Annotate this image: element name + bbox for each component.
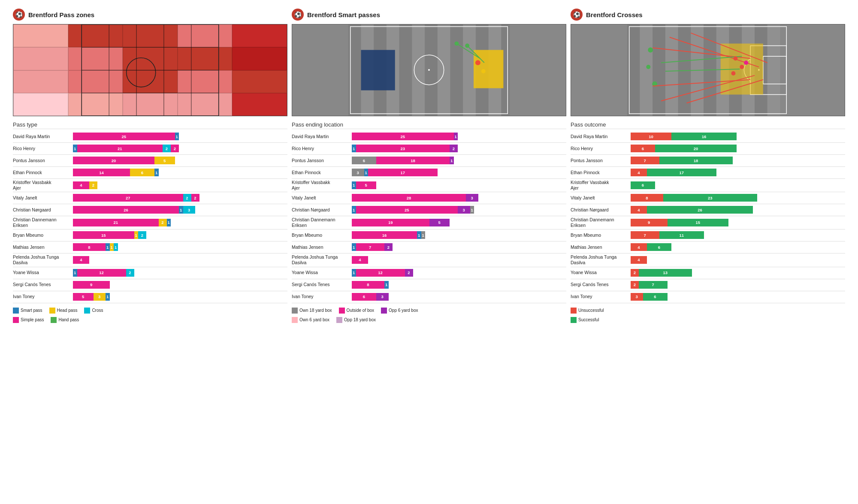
svg-rect-46 (767, 24, 780, 116)
player-label: Bryan Mbeumo (292, 232, 352, 238)
svg-point-52 (648, 47, 653, 52)
svg-point-64 (731, 71, 735, 75)
bar-container: 426 (631, 206, 845, 214)
heatmap (13, 24, 287, 116)
bar-segment: 1 (73, 145, 77, 152)
bar-segment: 7 (631, 231, 659, 239)
bar-container: 711 (631, 231, 845, 239)
bar-segment: 10 (631, 133, 671, 140)
legend-label: Opp 18 yard box (344, 317, 376, 322)
player-label: Mathias Jensen (13, 244, 73, 250)
bar-segment: 25 (73, 133, 175, 140)
player-label: Pelenda Joshua Tunga Dasilva (292, 254, 352, 265)
bar-segment: 27 (73, 194, 183, 202)
legend-item-2: Cross (84, 308, 103, 314)
legend-item-4: Hand pass (51, 317, 79, 323)
legend-color-box (13, 317, 19, 323)
legend-item-2: Opp 6 yard box (381, 308, 418, 314)
section-title-pass-outcome: Pass outcome (571, 121, 845, 129)
player-label: David Raya Martin (571, 134, 631, 139)
bar-segment: 15 (73, 231, 134, 239)
heatmap-cell-13 (178, 70, 233, 93)
bar-segment: 3 (183, 206, 196, 214)
bar-segment: 1 (352, 145, 356, 152)
legend-color-box (51, 317, 57, 323)
legend-pass-type: Smart passHead passCrossSimple passHand … (13, 308, 287, 323)
legend-label: Outside of box (347, 308, 374, 313)
bar-container: 81 (352, 281, 566, 289)
legend-label: Opp 6 yard box (389, 308, 418, 313)
svg-rect-16 (425, 24, 438, 116)
player-label: Christian Nørgaard (571, 207, 631, 213)
bar-segment: 1 (352, 181, 356, 189)
bar-row-1-12: Sergi Canós Tenes81 (292, 280, 566, 290)
bar-container: 417 (631, 169, 845, 176)
bar-segment: 2 (183, 194, 191, 202)
player-label: Pontus Jansson (292, 158, 352, 163)
bar-segment: 2 (163, 145, 171, 152)
bar-container: 42 (73, 181, 287, 189)
bar-segment: 16 (352, 231, 417, 239)
bar-segment: 1 (154, 169, 159, 176)
player-label: Bryan Mbeumo (571, 232, 631, 238)
player-label: David Raya Martin (13, 134, 73, 139)
svg-rect-14 (399, 24, 412, 116)
bar-container: 195 (352, 219, 566, 226)
panel-smart-passes: ⚽ Brentford Smart passes (292, 9, 566, 323)
bar-container: 1016 (631, 133, 845, 140)
player-label: Vitaly Janelt (292, 195, 352, 201)
bar-segment: 9 (73, 281, 110, 289)
bar-segment: 3 (94, 293, 106, 301)
player-label: Vitaly Janelt (13, 195, 73, 201)
player-label: Christian Nørgaard (13, 207, 73, 213)
bar-segment: 1 (364, 169, 369, 176)
bar-chart-pass-outcome: David Raya Martin1016Rico Henry620Pontus… (571, 132, 845, 304)
player-label: Vitaly Janelt (571, 195, 631, 201)
bar-segment: 7 (356, 243, 385, 251)
bar-segment: 6 (352, 157, 376, 164)
player-label: Sergi Canós Tenes (571, 282, 631, 287)
svg-rect-36 (640, 24, 653, 116)
bar-row-1-4: Kristoffer Vassbakk Ajer15 (292, 180, 566, 190)
bar-container: 1122 (352, 269, 566, 277)
crosses-field (571, 24, 845, 116)
player-label: Yoane Wissa (13, 270, 73, 275)
bar-segment: 3 (352, 169, 364, 176)
bar-segment: 1 (167, 219, 171, 226)
bar-segment: 12 (77, 269, 126, 277)
player-label: Yoane Wissa (571, 270, 631, 275)
bar-segment: 1 (134, 231, 139, 239)
bar-row-1-11: Yoane Wissa1122 (292, 268, 566, 278)
bar-segment: 2 (450, 145, 458, 152)
bar-segment: 1 (179, 206, 183, 214)
bar-container: 4 (631, 256, 845, 264)
bar-segment: 1 (470, 206, 474, 214)
legend-color-box (13, 308, 19, 314)
smart-passes-field (292, 24, 566, 116)
bar-container: 1232 (352, 145, 566, 152)
bar-container: 12122 (73, 145, 287, 152)
bar-segment: 2 (384, 243, 393, 251)
bar-row-0-2: Pontus Jansson205 (13, 156, 287, 165)
bar-segment: 17 (647, 169, 716, 176)
bar-container: 12531 (352, 206, 566, 214)
bar-segment: 4 (631, 206, 647, 214)
heatmap-cell-3 (178, 24, 233, 47)
bar-segment: 7 (639, 281, 668, 289)
player-label: Ethan Pinnock (571, 170, 631, 175)
legend-item-3: Simple pass (13, 317, 44, 323)
heatmap-cell-10 (13, 70, 68, 93)
bar-row-1-13: Ivan Toney63 (292, 292, 566, 302)
bar-row-0-7: Christian Dannemann Eriksen2121 (13, 217, 287, 228)
bar-container: 1122 (73, 269, 287, 277)
player-label: Rico Henry (13, 146, 73, 151)
bar-segment: 6 (130, 169, 154, 176)
svg-rect-26 (361, 50, 395, 90)
svg-rect-18 (450, 24, 463, 116)
title-crosses: Brentford Crosses (586, 11, 643, 18)
bar-segment: 5 (73, 293, 94, 301)
bar-row-2-1: Rico Henry620 (571, 144, 845, 153)
bar-segment: 1 (106, 243, 110, 251)
heatmap-cell-18 (178, 93, 233, 116)
panel-title-pass-zones: ⚽ Brentford Pass zones (13, 9, 287, 21)
